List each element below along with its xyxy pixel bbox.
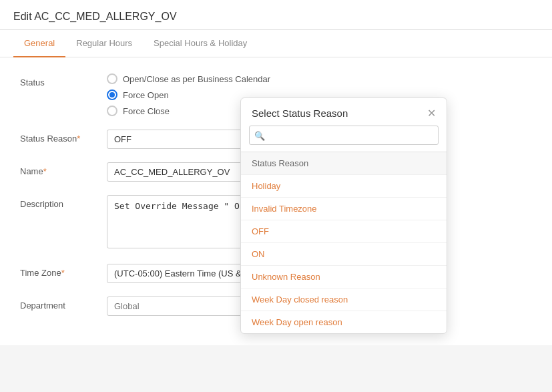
main-content: Status Open/Close as per Business Calend… [0, 57, 552, 345]
status-reason-required: * [77, 134, 80, 144]
radio-circle-force-open [107, 89, 117, 100]
dropdown-title: Select Status Reason [252, 108, 348, 119]
radio-label-force-open: Force Open [123, 90, 169, 100]
dropdown-close-button[interactable]: ✕ [427, 108, 436, 119]
page-title: Edit AC_CC_MED_ALLERGY_OV [0, 0, 552, 30]
status-reason-label: Status Reason* [20, 130, 107, 144]
dropdown-item-weekday-closed[interactable]: Week Day closed reason [241, 288, 447, 311]
dropdown-search-icon: 🔍 [254, 130, 265, 140]
radio-circle-force-close [107, 106, 117, 116]
name-label: Name* [20, 162, 107, 176]
dropdown-item-invalid-timezone[interactable]: Invalid Timezone [241, 198, 447, 220]
radio-label-force-close: Force Close [123, 106, 170, 116]
tab-regular-hours[interactable]: Regular Hours [65, 30, 143, 57]
radio-label-open-close: Open/Close as per Business Calendar [123, 74, 270, 84]
dropdown-item-unknown-reason[interactable]: Unknown Reason [241, 266, 447, 288]
radio-open-close[interactable]: Open/Close as per Business Calendar [107, 73, 427, 84]
dropdown-item-header: Status Reason [241, 152, 447, 175]
status-label: Status [20, 73, 107, 87]
name-required: * [43, 166, 47, 176]
timezone-label: Time Zone* [20, 264, 107, 278]
tab-special-hours[interactable]: Special Hours & Holiday [143, 30, 258, 57]
department-label: Department [20, 297, 107, 311]
select-status-reason-modal: Select Status Reason ✕ 🔍 Status Reason H… [240, 97, 447, 334]
dropdown-item-weekday-open[interactable]: Week Day open reason [241, 311, 447, 333]
timezone-required: * [61, 268, 65, 278]
dropdown-search-input[interactable] [249, 126, 439, 145]
radio-circle-open-close [107, 73, 117, 84]
dropdown-item-on[interactable]: ON [241, 243, 447, 266]
dropdown-item-holiday[interactable]: Holiday [241, 175, 447, 198]
dropdown-search-area: 🔍 [241, 126, 447, 152]
tab-bar: General Regular Hours Special Hours & Ho… [0, 30, 552, 57]
dropdown-item-off[interactable]: OFF [241, 220, 447, 243]
tab-general[interactable]: General [13, 30, 65, 57]
dropdown-search-wrapper: 🔍 [249, 126, 439, 145]
description-label: Description [20, 195, 107, 209]
dropdown-list: Status Reason Holiday Invalid Timezone O… [241, 152, 447, 333]
radio-dot-force-open [109, 92, 115, 97]
dropdown-header: Select Status Reason ✕ [241, 98, 447, 126]
